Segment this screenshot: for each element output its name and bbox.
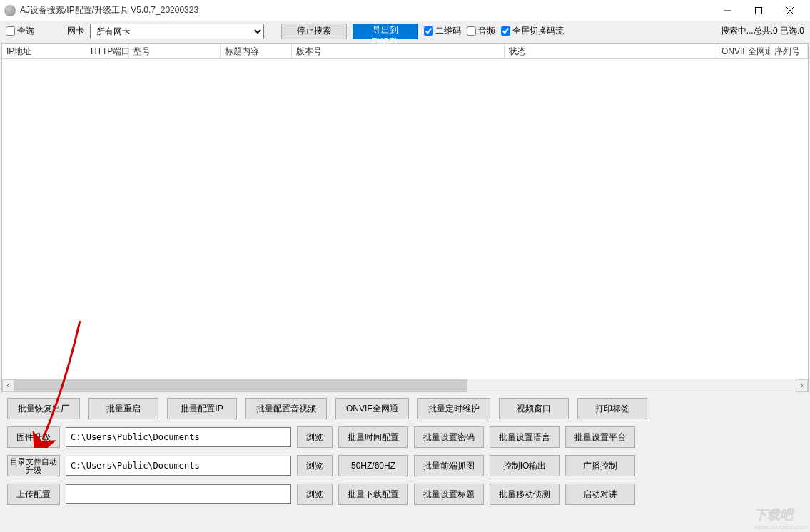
col-http-port[interactable]: HTTP端口 xyxy=(86,44,129,58)
col-state[interactable]: 状态 xyxy=(505,44,717,58)
batch-motion-detect-button[interactable]: 批量移动侦测 xyxy=(490,484,560,505)
stop-search-button[interactable]: 停止搜索 xyxy=(281,24,347,39)
firmware-path-input[interactable] xyxy=(66,427,291,447)
app-icon xyxy=(4,5,16,16)
fullscreen-switch-label: 全屏切换码流 xyxy=(512,25,564,37)
fullscreen-switch-checkbox[interactable]: 全屏切换码流 xyxy=(501,25,564,37)
batch-password-button[interactable]: 批量设置密码 xyxy=(414,426,484,448)
scroll-right-icon[interactable] xyxy=(796,379,808,392)
batch-platform-button[interactable]: 批量设置平台 xyxy=(565,426,635,448)
titlebar: AJ设备搜索/IP配置/升级工具 V5.0.7_20200323 xyxy=(0,0,810,21)
svg-rect-1 xyxy=(756,7,762,14)
batch-config-av-button[interactable]: 批量配置音视频 xyxy=(245,398,327,419)
scroll-thumb[interactable] xyxy=(14,379,467,392)
grid-header: IP地址 HTTP端口 型号 标题内容 版本号 状态 ONVIF全网通 序列号 xyxy=(2,44,808,59)
audio-label: 音频 xyxy=(478,25,495,37)
dir-path-input[interactable] xyxy=(66,456,291,476)
batch-language-button[interactable]: 批量设置语言 xyxy=(490,426,560,448)
dir-browse-button[interactable]: 浏览 xyxy=(297,455,333,476)
upload-path-input[interactable] xyxy=(66,484,291,504)
col-title-content[interactable]: 标题内容 xyxy=(221,44,292,58)
col-onvif[interactable]: ONVIF全网通 xyxy=(717,44,770,58)
print-label-button[interactable]: 打印标签 xyxy=(577,398,647,419)
grid-body[interactable] xyxy=(2,59,808,379)
scroll-left-icon[interactable] xyxy=(2,379,14,392)
search-status: 搜索中...总共:0 已选:0 xyxy=(721,25,804,37)
col-ip[interactable]: IP地址 xyxy=(2,44,86,58)
window-title: AJ设备搜索/IP配置/升级工具 V5.0.7_20200323 xyxy=(20,4,712,16)
select-all-label: 全选 xyxy=(17,25,34,37)
batch-snapshot-button[interactable]: 批量前端抓图 xyxy=(414,455,484,476)
select-all-checkbox[interactable]: 全选 xyxy=(6,25,34,37)
video-window-button[interactable]: 视频窗口 xyxy=(499,398,569,419)
batch-scheduled-maint-button[interactable]: 批量定时维护 xyxy=(417,398,490,419)
onvif-all-button[interactable]: ONVIF全网通 xyxy=(335,398,409,419)
horizontal-scrollbar[interactable] xyxy=(2,379,808,392)
export-excel-button[interactable]: 导出到EXCEL xyxy=(353,24,418,39)
batch-download-config-button[interactable]: 批量下载配置 xyxy=(338,484,408,505)
qrcode-checkbox[interactable]: 二维码 xyxy=(424,25,461,37)
col-serial[interactable]: 序列号 xyxy=(770,44,808,58)
minimize-button[interactable] xyxy=(712,1,743,21)
batch-factory-reset-button[interactable]: 批量恢复出厂 xyxy=(7,398,80,419)
io-output-button[interactable]: 控制IO输出 xyxy=(490,455,560,476)
hz-button[interactable]: 50HZ/60HZ xyxy=(338,455,408,476)
upload-browse-button[interactable]: 浏览 xyxy=(297,484,333,505)
dir-auto-upgrade-button[interactable]: 目录文件自动升级 xyxy=(7,455,60,476)
batch-reboot-button[interactable]: 批量重启 xyxy=(88,398,158,419)
batch-set-title-button[interactable]: 批量设置标题 xyxy=(414,484,484,505)
firmware-upgrade-button[interactable]: 固件升级 xyxy=(7,426,60,448)
toolbar: 全选 网卡 所有网卡 停止搜索 导出到EXCEL 二维码 音频 全屏切换码流 搜… xyxy=(0,21,810,41)
nic-label: 网卡 xyxy=(67,25,84,37)
audio-checkbox[interactable]: 音频 xyxy=(467,25,495,37)
col-model[interactable]: 型号 xyxy=(129,44,221,58)
broadcast-control-button[interactable]: 广播控制 xyxy=(565,455,635,476)
scroll-track[interactable] xyxy=(14,379,796,392)
upload-config-button[interactable]: 上传配置 xyxy=(7,484,60,505)
firmware-browse-button[interactable]: 浏览 xyxy=(297,426,333,448)
batch-time-config-button[interactable]: 批量时间配置 xyxy=(338,426,408,448)
device-grid: IP地址 HTTP端口 型号 标题内容 版本号 状态 ONVIF全网通 序列号 xyxy=(1,43,809,392)
batch-config-ip-button[interactable]: 批量配置IP xyxy=(167,398,237,419)
col-version[interactable]: 版本号 xyxy=(292,44,505,58)
bottom-panel: 批量恢复出厂 批量重启 批量配置IP 批量配置音视频 ONVIF全网通 批量定时… xyxy=(0,394,810,516)
maximize-button[interactable] xyxy=(743,1,774,21)
start-intercom-button[interactable]: 启动对讲 xyxy=(565,484,635,505)
qrcode-label: 二维码 xyxy=(435,25,461,37)
close-button[interactable] xyxy=(774,1,806,21)
nic-select[interactable]: 所有网卡 xyxy=(90,24,264,39)
